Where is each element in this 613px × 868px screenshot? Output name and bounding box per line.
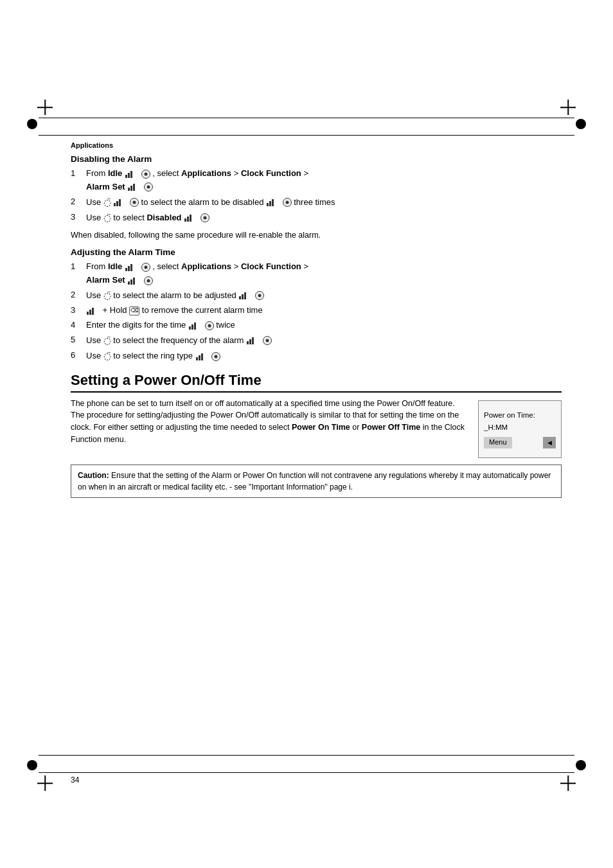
step-number: 6 [71, 350, 86, 362]
svg-rect-19 [130, 279, 132, 285]
list-item: 1 From Idle , select Applications > Cloc… [71, 261, 562, 287]
corner-mark-bl [37, 775, 53, 791]
page: Applications Disabling the Alarm 1 From … [0, 0, 613, 868]
svg-rect-30 [247, 341, 249, 344]
center-btn-icon [141, 170, 150, 179]
bullet-left-bottom [27, 760, 37, 770]
svg-rect-10 [269, 201, 271, 206]
step-number: 2 [71, 196, 86, 209]
bullet-left-top [27, 119, 37, 129]
svg-rect-5 [133, 184, 135, 191]
step-number: 1 [71, 261, 86, 287]
step-content: Use ◌̈ to select the alarm to be adjuste… [86, 289, 562, 302]
list-item: 6 Use ◌̈ to select the ring type [71, 350, 562, 362]
list-item: 5 Use ◌̈ to select the frequency of the … [71, 334, 562, 347]
svg-rect-3 [128, 188, 130, 191]
svg-rect-11 [272, 199, 274, 206]
svg-rect-0 [125, 175, 127, 178]
step-content: + Hold ⌫ to remove the current alarm tim… [86, 305, 562, 317]
step-number: 3 [71, 211, 86, 224]
center-btn11-icon [211, 352, 220, 361]
svg-rect-15 [125, 268, 127, 271]
corner-mark-br [560, 775, 576, 791]
corner-mark-tr [560, 100, 576, 115]
svg-rect-14 [190, 215, 191, 222]
center-btn10-icon [263, 336, 272, 345]
bottom-rule-upper [39, 755, 574, 756]
svg-rect-13 [187, 217, 189, 222]
svg-rect-34 [199, 355, 200, 360]
svg-rect-4 [130, 186, 132, 191]
svg-rect-16 [128, 266, 130, 271]
adj-nav-icon [238, 291, 253, 300]
list-item: 2 Use ◌̈ to select the alarm to be disab… [71, 196, 562, 209]
list-item: 2 Use ◌̈ to select the alarm to be adjus… [71, 289, 562, 302]
svg-rect-24 [87, 312, 89, 315]
menu-button: Menu [484, 437, 512, 448]
svg-rect-28 [191, 324, 193, 330]
svg-rect-26 [92, 308, 94, 315]
center-btn8-icon [255, 291, 264, 300]
svg-rect-6 [114, 203, 116, 206]
top-rule-lower [39, 135, 574, 136]
center-btn4-icon [283, 198, 292, 207]
alarm-set2-nav-icon [127, 276, 141, 285]
power-body-text: The phone can be set to turn itself on o… [71, 398, 465, 458]
section-label: Applications [71, 141, 562, 149]
adjusting-alarm-list: 1 From Idle , select Applications > Cloc… [71, 261, 562, 362]
svg-rect-17 [130, 264, 132, 271]
step-content: From Idle , select Applications > Clock … [86, 261, 562, 287]
phone-screenshot: Power on Time: _H:MM Menu ◀ [478, 400, 562, 458]
svg-rect-18 [128, 281, 130, 285]
bottom-rule-lower [39, 772, 574, 773]
alarm-set-nav-icon [127, 182, 141, 191]
ring-nav-icon [195, 352, 209, 361]
caution-box: Caution: Ensure that the setting of the … [71, 465, 562, 498]
disabled-nav-icon [266, 198, 280, 207]
step-content: Use ◌̈ to select the ring type [86, 350, 562, 362]
disabled2-nav-icon [184, 213, 198, 222]
list-item: 3 Use ◌̈ to select Disabled [71, 211, 562, 224]
step-number: 5 [71, 334, 86, 347]
list-item: 3 + Hold ⌫ to remove the current alarm t… [71, 305, 562, 317]
three-times-text: three times [294, 197, 335, 206]
bullet-right-top [576, 119, 586, 129]
scroll-icon [113, 198, 127, 207]
step-number: 4 [71, 319, 86, 332]
step-content: From Idle , select Applications > Clock … [86, 168, 562, 193]
step-number: 2 [71, 289, 86, 302]
svg-rect-8 [119, 199, 121, 206]
page-number: 34 [71, 775, 79, 784]
center-btn6-icon [141, 263, 150, 272]
back-button: ◀ [543, 437, 556, 448]
step-content: Use ◌̈ to select Disabled [86, 211, 562, 224]
svg-rect-22 [242, 294, 244, 299]
step-content: Use ◌̈ to select the frequency of the al… [86, 334, 562, 347]
corner-mark-tl [37, 100, 53, 115]
adjusting-alarm-title: Adjusting the Alarm Time [71, 247, 562, 257]
list-item: 4 Enter the digits for the time twice [71, 319, 562, 332]
svg-rect-7 [116, 201, 118, 206]
svg-rect-32 [252, 337, 254, 344]
clear-key-icon: ⌫ [129, 306, 139, 315]
list-item: 1 From Idle , select Applications > Cloc… [71, 168, 562, 193]
svg-rect-29 [194, 323, 196, 330]
svg-rect-2 [130, 171, 132, 178]
svg-rect-23 [244, 292, 246, 299]
center-btn9-icon [205, 321, 214, 330]
top-rule-upper [39, 118, 574, 118]
adj2-nav-icon [86, 306, 100, 315]
bullet-right-bottom [576, 760, 586, 770]
svg-rect-33 [196, 357, 198, 360]
step-number: 3 [71, 305, 86, 317]
center-btn3-icon [130, 198, 139, 207]
power-section-body: The phone can be set to turn itself on o… [71, 398, 562, 458]
power-section-title: Setting a Power On/Off Time [71, 372, 562, 393]
center-btn5-icon [200, 213, 209, 222]
svg-rect-27 [189, 326, 191, 330]
screen-menu: Menu ◀ [484, 437, 556, 448]
content-area: Applications Disabling the Alarm 1 From … [71, 141, 562, 740]
freq-nav-icon [246, 336, 260, 345]
step-content: Use ◌̈ to select the alarm to be disable… [86, 196, 562, 209]
disabling-alarm-list: 1 From Idle , select Applications > Cloc… [71, 168, 562, 224]
